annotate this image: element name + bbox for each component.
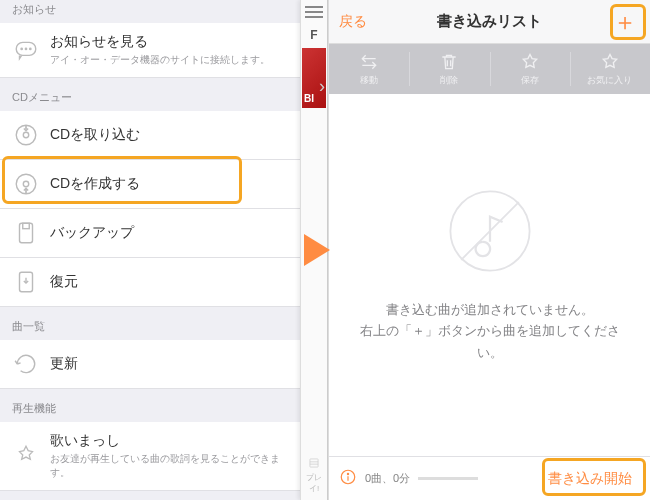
section-header-cdmenu: CDメニュー	[0, 78, 300, 111]
footer: 0曲、0分 書き込み開始	[329, 456, 650, 500]
refresh-icon	[12, 350, 40, 378]
toolbar-favorite[interactable]: お気に入り	[570, 44, 650, 94]
disc-placeholder-icon	[445, 186, 535, 276]
letter-index: F	[310, 28, 317, 42]
backup-icon	[12, 219, 40, 247]
sidebar: お知らせ お知らせを見る アイ・オー・データ機器のサイトに接続します。 CDメニ…	[0, 0, 300, 500]
speech-icon	[12, 36, 40, 64]
toolbar-delete[interactable]: 削除	[409, 44, 489, 94]
row-title: お知らせを見る	[50, 33, 288, 51]
svg-rect-14	[310, 459, 318, 467]
svg-point-1	[21, 48, 22, 49]
hamburger-icon[interactable]	[305, 6, 323, 18]
row-restore[interactable]: 復元	[0, 258, 300, 307]
row-cd-import[interactable]: CDを取り込む	[0, 111, 300, 160]
empty-line2: 右上の「＋」ボタンから曲を追加してください。	[360, 324, 620, 359]
track-count: 0曲、0分	[365, 471, 410, 486]
page-title: 書き込みリスト	[437, 12, 542, 31]
row-sub: アイ・オー・データ機器のサイトに接続します。	[50, 53, 288, 67]
empty-state: 書き込む曲が追加されていません。 右上の「＋」ボタンから曲を追加してください。	[329, 94, 650, 456]
empty-line1: 書き込む曲が追加されていません。	[386, 303, 594, 317]
svg-point-5	[23, 132, 28, 137]
row-title: CDを作成する	[50, 175, 288, 193]
row-sub: お友達が再生している曲の歌詞を見ることができます。	[50, 452, 288, 480]
write-list-screen: 戻る 書き込みリスト ＋ 移動 削除 保存 お気に入り	[328, 0, 650, 500]
row-cd-create[interactable]: CDを作成する	[0, 160, 300, 209]
restore-icon	[12, 268, 40, 296]
svg-point-7	[23, 181, 28, 186]
peek-footer: プレイ!	[301, 456, 327, 494]
navbar: 戻る 書き込みリスト ＋	[329, 0, 650, 44]
toolbar: 移動 削除 保存 お気に入り	[329, 44, 650, 94]
row-refresh[interactable]: 更新	[0, 340, 300, 389]
row-backup[interactable]: バックアップ	[0, 209, 300, 258]
info-icon[interactable]	[339, 468, 357, 489]
row-title: CDを取り込む	[50, 126, 288, 144]
svg-rect-8	[20, 223, 33, 243]
progress-bar	[418, 477, 478, 480]
row-notice[interactable]: お知らせを見る アイ・オー・データ機器のサイトに接続します。	[0, 23, 300, 78]
start-write-button[interactable]: 書き込み開始	[540, 464, 640, 494]
toolbar-move[interactable]: 移動	[329, 44, 409, 94]
svg-marker-22	[304, 234, 330, 266]
chevron-right-icon: ›	[319, 76, 325, 97]
arrow-next-icon	[302, 232, 332, 272]
section-header-songs: 曲一覧	[0, 307, 300, 340]
toolbar-save[interactable]: 保存	[490, 44, 570, 94]
cd-import-icon	[12, 121, 40, 149]
svg-point-3	[30, 48, 31, 49]
section-header-notice: お知らせ	[0, 0, 300, 23]
add-button[interactable]: ＋	[610, 6, 640, 38]
row-title: 復元	[50, 273, 288, 291]
back-button[interactable]: 戻る	[339, 13, 367, 31]
section-header-playback: 再生機能	[0, 389, 300, 422]
svg-rect-9	[23, 223, 30, 228]
section-header-settings: 詳細設定	[0, 491, 300, 500]
cd-create-icon	[12, 170, 40, 198]
row-title: 更新	[50, 355, 288, 373]
svg-point-21	[347, 473, 348, 474]
lyrics-icon	[12, 442, 40, 470]
row-title: 歌いまっし	[50, 432, 288, 450]
svg-point-2	[25, 48, 26, 49]
row-title: バックアップ	[50, 224, 288, 242]
row-lyrics[interactable]: 歌いまっし お友達が再生している曲の歌詞を見ることができます。	[0, 422, 300, 491]
